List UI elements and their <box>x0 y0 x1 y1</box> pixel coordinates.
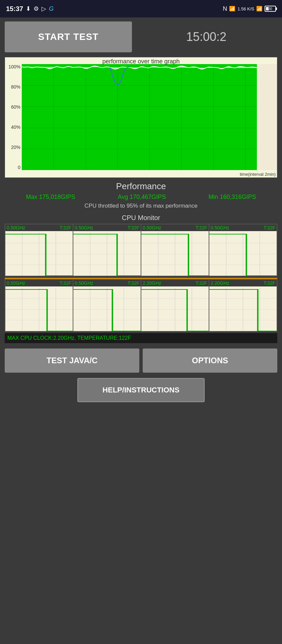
btn-help-row: HELP/INSTRUCTIONS <box>5 378 277 402</box>
performance-stats: Performance Max 175,018GIPS Avg 170,467G… <box>5 181 277 209</box>
wifi-icon: 📶 <box>256 6 263 12</box>
cpu-core-6-freq: 2.20GHz <box>143 280 161 286</box>
main-content: START TEST 15:00:2 performance over time… <box>0 17 282 412</box>
cpu-core-0-graph <box>5 232 73 276</box>
cpu-core-5-graph <box>73 288 141 331</box>
cpu-core-2: 0.50GHz T:32F <box>141 224 209 276</box>
y-label-60: 60% <box>6 104 20 110</box>
cpu-core-3-temp: T:32F <box>264 225 275 230</box>
help-button[interactable]: HELP/INSTRUCTIONS <box>77 378 205 402</box>
cpu-core-4-freq: 0.50GHz <box>7 280 25 286</box>
top-row: START TEST 15:00:2 <box>5 21 277 52</box>
cpu-core-0-freq: 0.50GHz <box>7 225 25 230</box>
cpu-core-0-header: 0.50GHz T:32F <box>5 224 73 231</box>
play-icon: ▷ <box>42 5 46 12</box>
cpu-core-4-svg <box>5 288 73 331</box>
timer-display: 15:00:2 <box>135 30 277 44</box>
cpu-core-1-graph <box>73 232 141 276</box>
cpu-core-3-svg <box>209 232 277 276</box>
cpu-core-7-svg <box>209 288 277 331</box>
cpu-core-4-temp: T:32F <box>60 280 71 286</box>
performance-numbers: Max 175,018GIPS Avg 170,467GIPS Min 160,… <box>5 194 277 201</box>
cpu-core-1-svg <box>73 232 141 276</box>
cpu-core-7-freq: 2.20GHz <box>211 280 229 286</box>
cpu-core-5-freq: 0.50GHz <box>75 280 93 286</box>
cpu-core-1-header: 0.50GHz T:32F <box>73 224 141 231</box>
y-label-40: 40% <box>6 124 20 130</box>
cpu-core-6-svg <box>141 288 209 331</box>
download-icon: ⬇ <box>26 5 31 12</box>
cpu-core-2-svg <box>141 232 209 276</box>
cpu-core-1-freq: 0.50GHz <box>75 225 93 230</box>
cpu-monitor-title: CPU Monitor <box>5 214 277 222</box>
y-label-0: 0 <box>6 165 20 170</box>
y-label-100: 100% <box>6 64 20 69</box>
cpu-core-2-freq: 0.50GHz <box>143 225 161 230</box>
y-label-80: 80% <box>6 84 20 90</box>
network-speed: 1.56 K/S <box>237 6 254 11</box>
performance-graph: performance over time graph 100% 80% 60%… <box>5 57 277 178</box>
cpu-core-3-graph <box>209 232 277 276</box>
graph-y-labels: 100% 80% 60% 40% 20% 0 <box>5 57 22 177</box>
cpu-grid-row2: 0.50GHz T:32F 0.50GHz T:32F <box>5 279 277 332</box>
cpu-core-3-header: 0.50GHz T:32F <box>209 224 277 231</box>
cpu-core-0-svg <box>5 232 73 276</box>
cpu-core-3: 0.50GHz T:32F <box>209 224 277 276</box>
cpu-core-5-temp: T:32F <box>128 280 139 286</box>
cpu-core-0: 0.50GHz T:32F <box>5 224 73 276</box>
cpu-core-7: 2.20GHz T:32F <box>209 279 277 331</box>
performance-title: Performance <box>5 181 277 192</box>
options-button[interactable]: OPTIONS <box>143 348 277 373</box>
test-java-button[interactable]: TEST JAVA/C <box>5 348 139 373</box>
cpu-core-1-temp: T:32F <box>128 225 139 230</box>
status-right: N 📶 1.56 K/S 📶 30 <box>223 5 276 12</box>
y-label-20: 20% <box>6 145 20 150</box>
start-test-button[interactable]: START TEST <box>5 21 132 52</box>
graph-title: performance over time graph <box>100 57 182 66</box>
settings-icon: ⚙ <box>33 5 39 12</box>
cpu-core-3-freq: 0.50GHz <box>211 225 229 230</box>
time-display: 15:37 <box>6 5 23 13</box>
perf-avg: Avg 170,467GIPS <box>118 194 166 201</box>
nfc-icon: N <box>223 5 227 12</box>
status-left: 15:37 ⬇ ⚙ ▷ G <box>6 5 54 13</box>
cpu-core-6: 2.20GHz T:32F <box>141 279 209 331</box>
graph-time-label: time(interval 2min) <box>240 172 276 177</box>
cpu-core-4-graph <box>5 288 73 331</box>
cpu-core-7-temp: T:32F <box>264 280 275 286</box>
cpu-core-4-header: 0.50GHz T:32F <box>5 280 73 286</box>
perf-throttle: CPU throttled to 95% of its max performa… <box>5 203 277 209</box>
cpu-core-2-graph <box>141 232 209 276</box>
perf-line-svg <box>22 64 277 170</box>
battery-level: 30 <box>265 7 275 11</box>
perf-min: Min 160,316GIPS <box>208 194 256 201</box>
cpu-core-5-header: 0.50GHz T:32F <box>73 280 141 286</box>
graph-area <box>22 64 277 170</box>
g-icon: G <box>49 5 54 12</box>
cpu-core-7-graph <box>209 288 277 331</box>
cpu-core-2-temp: T:32F <box>196 225 207 230</box>
status-bar: 15:37 ⬇ ⚙ ▷ G N 📶 1.56 K/S 📶 30 <box>0 0 282 17</box>
cpu-core-5: 0.50GHz T:32F <box>73 279 141 331</box>
cpu-core-0-temp: T:32F <box>60 225 71 230</box>
cpu-core-7-header: 2.20GHz T:32F <box>209 280 277 286</box>
cpu-core-1: 0.50GHz T:32F <box>73 224 141 276</box>
battery-icon: 30 <box>265 6 276 12</box>
cpu-core-2-header: 0.50GHz T:32F <box>141 224 209 231</box>
bottom-buttons-row: TEST JAVA/C OPTIONS <box>5 348 277 373</box>
cpu-core-5-svg <box>73 288 141 331</box>
cpu-core-6-header: 2.20GHz T:32F <box>141 280 209 286</box>
perf-max: Max 175,018GIPS <box>26 194 75 201</box>
cpu-status-bar: MAX CPU CLOCK:2.20GHz, TEMPERATURE:122F <box>5 333 277 343</box>
cpu-core-4: 0.50GHz T:32F <box>5 279 73 331</box>
cpu-core-6-graph <box>141 288 209 331</box>
cpu-grid-row1: 0.50GHz T:32F <box>5 224 277 276</box>
bluetooth-icon: 📶 <box>229 6 235 12</box>
cpu-core-6-temp: T:32F <box>196 280 207 286</box>
